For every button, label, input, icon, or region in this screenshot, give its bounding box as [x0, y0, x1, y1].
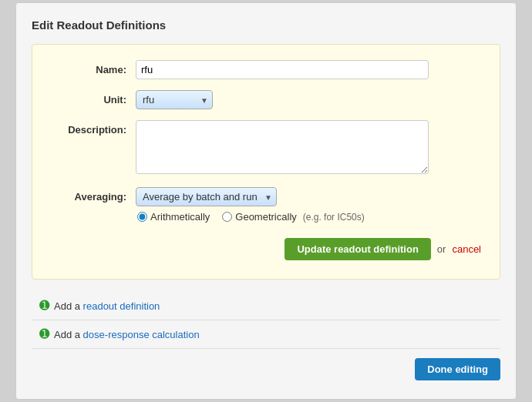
radio-arithmetically-text: Arithmetically — [150, 211, 210, 223]
averaging-row: Averaging: Average by batch and run Aver… — [51, 187, 481, 223]
done-editing-button[interactable]: Done editing — [415, 358, 500, 380]
add-readout-icon: ➊ — [39, 300, 49, 312]
add-readout-text: Add a readout definition — [54, 300, 160, 312]
description-input[interactable] — [136, 120, 429, 174]
add-dose-icon: ➊ — [39, 328, 49, 340]
radio-arithmetically[interactable] — [137, 212, 147, 222]
radio-note: (e.g. for IC50s) — [303, 212, 365, 223]
add-dose-row: ➊ Add a dose-response calculation — [32, 320, 500, 349]
description-row: Description: — [51, 120, 481, 176]
page-container: Edit Readout Definitions Name: Unit: rfu… — [15, 2, 517, 400]
done-row: Done editing — [32, 349, 500, 384]
unit-label: Unit: — [51, 90, 136, 106]
cancel-link[interactable]: cancel — [452, 243, 481, 255]
averaging-select-wrapper: Average by batch and run Average by batc… — [136, 187, 481, 206]
name-control — [136, 60, 481, 79]
add-dose-text: Add a dose-response calculation — [54, 329, 200, 340]
unit-select[interactable]: rfu % nM µM counts — [136, 90, 213, 109]
radio-geometrically[interactable] — [222, 212, 232, 222]
update-button[interactable]: Update readout definition — [285, 238, 430, 260]
unit-row: Unit: rfu % nM µM counts ▼ — [51, 90, 481, 109]
form-section: Name: Unit: rfu % nM µM counts ▼ — [32, 44, 500, 280]
radio-geometrically-label[interactable]: Geometrically (e.g. for IC50s) — [222, 211, 365, 223]
add-readout-row: ➊ Add a readout definition — [32, 292, 500, 320]
name-label: Name: — [51, 60, 136, 75]
description-control — [136, 120, 481, 176]
radio-geometrically-text: Geometrically — [235, 211, 296, 223]
name-input[interactable] — [136, 60, 429, 79]
description-label: Description: — [51, 120, 136, 136]
name-row: Name: — [51, 60, 481, 79]
radio-arithmetically-label[interactable]: Arithmetically — [137, 211, 210, 223]
averaging-select-outer: Average by batch and run Average by batc… — [136, 187, 277, 206]
averaging-control: Average by batch and run Average by batc… — [136, 187, 481, 223]
add-dose-link[interactable]: dose-response calculation — [83, 329, 200, 340]
averaging-select[interactable]: Average by batch and run Average by batc… — [136, 187, 277, 206]
unit-select-wrapper: rfu % nM µM counts ▼ — [136, 90, 213, 109]
form-actions: Update readout definition or cancel — [51, 238, 481, 260]
averaging-radio-group: Arithmetically Geometrically (e.g. for I… — [137, 211, 481, 223]
add-dose-prefix: Add a — [54, 329, 80, 340]
unit-control: rfu % nM µM counts ▼ — [136, 90, 481, 109]
add-readout-prefix: Add a — [54, 300, 80, 312]
add-readout-link[interactable]: readout definition — [83, 300, 160, 312]
page-title: Edit Readout Definitions — [32, 18, 500, 32]
or-text: or — [437, 243, 446, 255]
averaging-label: Averaging: — [51, 187, 136, 203]
